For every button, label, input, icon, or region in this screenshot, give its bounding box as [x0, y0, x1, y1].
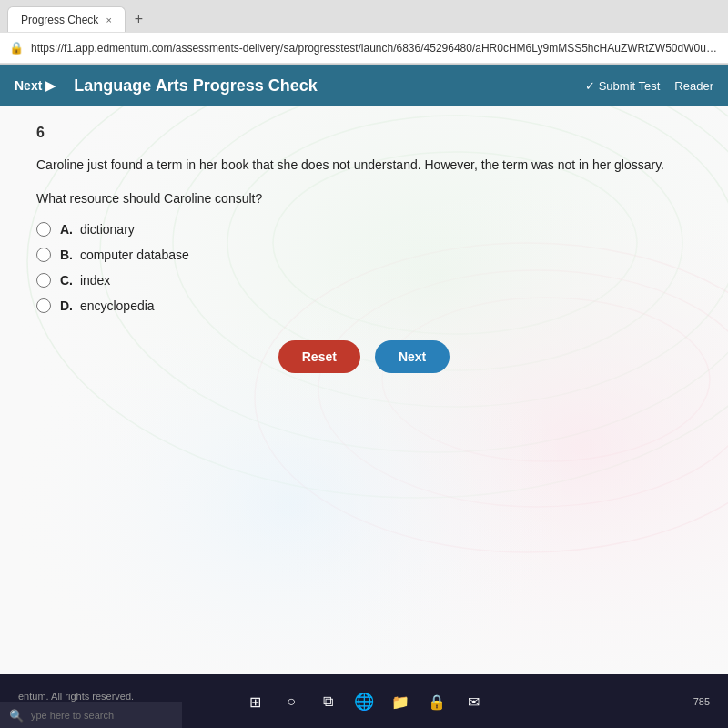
- search-input[interactable]: [31, 710, 149, 721]
- radio-option-b[interactable]: [36, 248, 51, 262]
- header-next-button[interactable]: Next ▶: [15, 78, 56, 93]
- windows-icon[interactable]: ⊞: [242, 689, 268, 714]
- option-d-label[interactable]: D. encyclopedia: [60, 298, 155, 313]
- search-icon: 🔍: [9, 709, 24, 723]
- taskbar-icons: ⊞ ○ ⧉ 🌐 📁 🔒 ✉: [242, 689, 486, 714]
- option-a-id: A.: [60, 222, 73, 237]
- radio-option-c[interactable]: [36, 273, 51, 288]
- tab-close-button[interactable]: ×: [106, 15, 111, 25]
- question-number: 6: [36, 125, 692, 141]
- lock-icon: 🔒: [9, 41, 24, 55]
- main-content: 6 Caroline just found a term in her book…: [0, 106, 728, 674]
- app-title: Language Arts Progress Check: [74, 76, 566, 96]
- question-container: 6 Caroline just found a term in her book…: [36, 125, 692, 373]
- answer-option-c: C. index: [36, 273, 692, 288]
- answer-option-b: B. computer database: [36, 248, 692, 262]
- radio-option-a[interactable]: [36, 222, 51, 237]
- header-right: ✓ Submit Test Reader: [585, 79, 713, 93]
- footer-copyright: entum. All rights reserved.: [18, 691, 134, 702]
- action-buttons: Reset Next: [36, 340, 692, 373]
- submit-test-button[interactable]: ✓ Submit Test: [585, 79, 661, 93]
- new-tab-button[interactable]: +: [129, 9, 148, 29]
- app-header: Next ▶ Language Arts Progress Check ✓ Su…: [0, 65, 728, 106]
- address-bar: 🔒 https://f1.app.edmentum.com/assessment…: [0, 33, 728, 64]
- submit-icon: ✓: [585, 79, 595, 93]
- browser-tab[interactable]: Progress Check ×: [7, 6, 126, 32]
- header-next-label: Next: [15, 78, 42, 93]
- option-d-text: encyclopedia: [80, 298, 155, 313]
- option-a-label[interactable]: A. dictionary: [60, 222, 135, 237]
- option-b-text: computer database: [80, 248, 189, 262]
- folder-icon[interactable]: 📁: [388, 689, 413, 714]
- next-button[interactable]: Next: [375, 340, 450, 373]
- reset-button[interactable]: Reset: [278, 340, 360, 373]
- edge-icon[interactable]: 🌐: [351, 689, 377, 714]
- answer-option-a: A. dictionary: [36, 222, 692, 237]
- radio-option-d[interactable]: [36, 298, 51, 313]
- option-b-id: B.: [60, 248, 73, 262]
- question-text: Caroline just found a term in her book t…: [36, 156, 692, 175]
- option-a-text: dictionary: [80, 222, 135, 237]
- header-next-icon: ▶: [46, 78, 56, 93]
- tab-bar: Progress Check × +: [0, 0, 728, 33]
- sub-question-text: What resource should Caroline consult?: [36, 191, 692, 206]
- submit-test-label: Submit Test: [599, 79, 661, 93]
- taskbar-search[interactable]: 🔍: [0, 702, 182, 728]
- taskbar: entum. All rights reserved. 🔍 ⊞ ○ ⧉ 🌐 📁 …: [0, 674, 728, 728]
- taskview-icon[interactable]: ⧉: [315, 689, 340, 714]
- tab-label: Progress Check: [21, 14, 98, 26]
- option-b-label[interactable]: B. computer database: [60, 248, 189, 262]
- answer-option-d: D. encyclopedia: [36, 298, 692, 313]
- option-c-label[interactable]: C. index: [60, 273, 110, 288]
- option-c-text: index: [80, 273, 110, 288]
- answer-options-list: A. dictionary B. computer database C. in…: [36, 222, 692, 313]
- lock-taskbar-icon[interactable]: 🔒: [424, 689, 450, 714]
- search-taskbar-icon[interactable]: ○: [278, 689, 304, 714]
- taskbar-time: 785: [693, 696, 710, 707]
- address-text[interactable]: https://f1.app.edmentum.com/assessments-…: [31, 42, 719, 55]
- option-d-id: D.: [60, 298, 73, 313]
- mail-icon[interactable]: ✉: [460, 689, 486, 714]
- reader-button[interactable]: Reader: [674, 79, 713, 93]
- browser-chrome: Progress Check × + 🔒 https://f1.app.edme…: [0, 0, 728, 65]
- option-c-id: C.: [60, 273, 73, 288]
